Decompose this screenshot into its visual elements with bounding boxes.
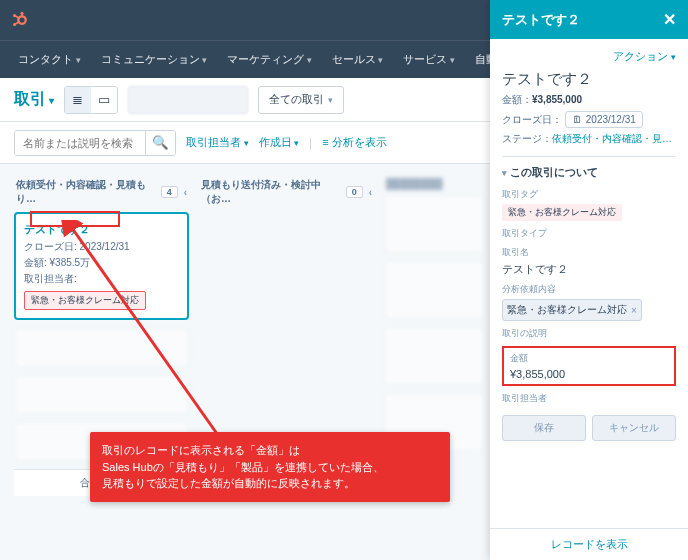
column-count: 4 [161,186,178,198]
nav-service[interactable]: サービス [395,46,463,73]
close-date-input[interactable]: 🗓2023/12/31 [565,111,643,128]
deal-name-value: テストです２ [502,262,676,277]
list-view-button[interactable]: ≣ [65,87,91,113]
deal-card-blurred [384,261,484,319]
nav-contacts[interactable]: コンタクト [10,46,89,73]
column-header: 依頼受付・内容確認・見積もり… 4 ‹ [14,172,189,212]
filter-owner[interactable]: 取引担当者 [186,135,249,150]
deal-card-close: クローズ日: 2023/12/31 [24,240,179,254]
panel-deal-name: テストです２ [502,70,676,89]
nav-communication[interactable]: コミュニケーション [93,46,216,73]
nav-marketing[interactable]: マーケティング [219,46,320,73]
deal-card-blurred [14,375,189,414]
search-input[interactable] [15,131,145,155]
column-count: 0 [346,186,363,198]
svg-point-0 [18,16,26,24]
amount-value: ¥3,855,000 [510,368,668,380]
detail-panel: テストです２ ✕ アクション テストです２ 金額：¥3,855,000 クローズ… [490,0,688,560]
save-button[interactable]: 保存 [502,415,586,441]
pipeline-select[interactable] [128,86,248,114]
deal-card-blurred [384,195,484,253]
panel-title: テストです２ [502,11,580,29]
nav-sales[interactable]: セールス [324,46,392,73]
deal-card-owner: 取引担当者: [24,272,179,286]
cancel-button[interactable]: キャンセル [592,415,676,441]
annotation-box-panel-amount: 金額 ¥3,855,000 [502,346,676,386]
hubspot-logo[interactable] [8,9,30,31]
view-switcher: ≣ ▭ [64,86,118,114]
analysis-tag-input[interactable]: 緊急・お客様クレーム対応× [502,299,642,321]
deal-card-amount: 金額: ¥385.5万 [24,256,179,270]
deal-card-tag: 緊急・お客様クレーム対応 [24,291,146,310]
panel-footer: レコードを表示 [490,528,688,560]
analyze-link[interactable]: ≡ 分析を表示 [322,135,386,150]
panel-header: テストです２ ✕ [490,0,688,39]
deal-card-blurred [14,328,189,367]
board-view-button[interactable]: ▭ [91,87,117,113]
panel-body: アクション テストです２ 金額：¥3,855,000 クローズ日： 🗓2023/… [490,39,688,528]
panel-action-menu[interactable]: アクション [502,49,676,64]
show-record-link[interactable]: レコードを表示 [551,538,628,550]
remove-tag-icon[interactable]: × [631,305,637,316]
deal-card[interactable]: テストです２ クローズ日: 2023/12/31 金額: ¥385.5万 取引担… [14,212,189,320]
annotation-callout: 取引のレコードに表示される「金額」は Sales Hubの「見積もり」「製品」を… [90,432,450,502]
chevron-left-icon[interactable]: ‹ [184,187,187,198]
search-button[interactable]: 🔍 [145,131,175,155]
deal-card-blurred [384,327,484,385]
about-section-header[interactable]: この取引について [502,165,676,180]
deal-card-title: テストです２ [24,222,179,237]
stage-link[interactable]: 依頼受付・内容確認・見… [552,133,672,144]
chevron-left-icon[interactable]: ‹ [369,187,372,198]
calendar-icon: 🗓 [572,114,582,125]
all-deals-select[interactable]: 全ての取引 [258,86,344,114]
column-header: 見積もり送付済み・検討中（お… 0 ‹ [199,172,374,212]
deal-tag-pill: 緊急・お客様クレーム対応 [502,204,622,221]
search-wrap: 🔍 [14,130,176,156]
page-title[interactable]: 取引 [14,89,54,110]
close-icon[interactable]: ✕ [663,10,676,29]
filter-created[interactable]: 作成日 [259,135,300,150]
